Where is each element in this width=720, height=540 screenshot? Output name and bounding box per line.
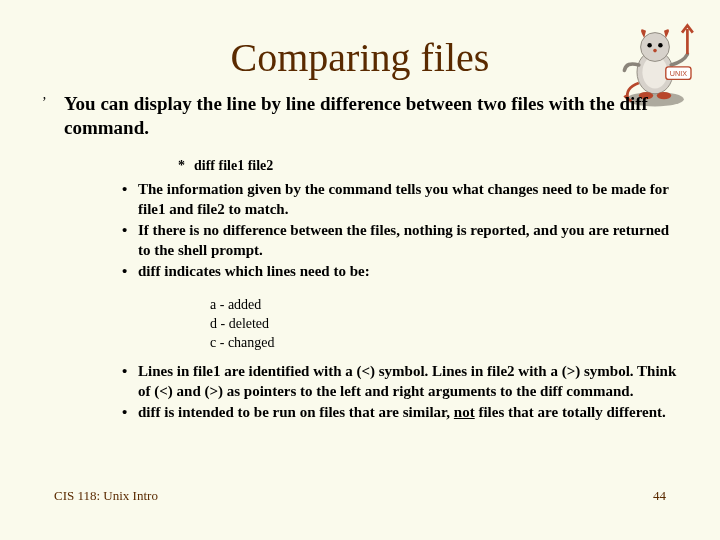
action-lines: a - added d - deleted c - changed	[210, 296, 275, 353]
sub-bullet-indicates-text: diff indicates which lines need to be:	[138, 263, 370, 279]
main-bullet-text: You can display the line by line differe…	[64, 93, 648, 138]
command-text: diff file1 file2	[194, 158, 273, 173]
main-bullet: ’ You can display the line by line diffe…	[64, 92, 680, 140]
sub-bullet-symbols: • Lines in file1 are identified with a (…	[138, 362, 690, 401]
bullet-dot-icon: •	[122, 403, 127, 423]
slide: UNIX Comparing files ’ You can display t…	[0, 0, 720, 540]
bullet-dot-icon: •	[122, 180, 127, 200]
sub-bullets-lower: • Lines in file1 are identified with a (…	[138, 362, 690, 423]
sub-bullet-symbols-text: Lines in file1 are identified with a (<)…	[138, 363, 676, 399]
sub-bullet-similar: • diff is intended to be run on files th…	[138, 403, 690, 423]
sub-bullet-nodiff: • If there is no difference between the …	[138, 221, 682, 260]
bullet-tick: ’	[42, 94, 47, 112]
sub-bullet-similar-not: not	[454, 404, 475, 420]
sub-bullet-similar-p3: files that are totally different.	[475, 404, 666, 420]
footer-page-number: 44	[653, 488, 666, 504]
action-changed: c - changed	[210, 334, 275, 353]
footer-course: CIS 118: Unix Intro	[54, 488, 158, 504]
sub-bullet-info: • The information given by the command t…	[138, 180, 682, 219]
bullet-dot-icon: •	[122, 262, 127, 282]
bullet-dot-icon: •	[122, 362, 127, 382]
action-added: a - added	[210, 296, 275, 315]
command-line: *diff file1 file2	[178, 158, 273, 174]
bullet-dot-icon: •	[122, 221, 127, 241]
sub-bullet-info-text: The information given by the command tel…	[138, 181, 669, 217]
slide-title: Comparing files	[0, 34, 720, 81]
action-deleted: d - deleted	[210, 315, 275, 334]
sub-bullet-similar-p1: diff is intended to be run on files that…	[138, 404, 454, 420]
sub-bullet-nodiff-text: If there is no difference between the fi…	[138, 222, 669, 258]
sub-bullet-indicates: • diff indicates which lines need to be:	[138, 262, 682, 282]
star-bullet: *	[178, 158, 194, 174]
sub-bullets-upper: • The information given by the command t…	[138, 180, 682, 282]
